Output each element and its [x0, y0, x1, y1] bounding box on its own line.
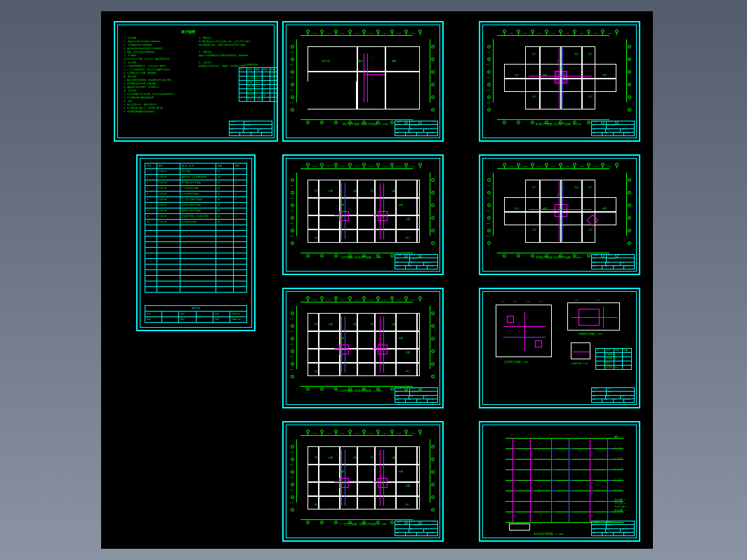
- sheet-frame: 1360023300336004240053600633007360083600…: [286, 425, 440, 538]
- sheet-frame: 序号图号图 纸 名 称规格张数1给排-01设计说明A212给排-02图纸目录 主…: [140, 158, 252, 328]
- title-block: 工程名称住宅楼图名一层平面图设计审核日期比例1:100图号给排-04: [395, 254, 438, 269]
- material-table: 序名称规格单位数量1PP-R给水管DN15~DN50m详图2UPVC排水管De5…: [239, 67, 278, 102]
- title-block: 工程名称住宅楼图名屋顶层平面图设计审核日期比例1:100图号给排-08: [591, 254, 635, 269]
- floor-plan: 1360023300336004240053600633007360083600…: [300, 39, 434, 118]
- title-block: 工程名称住宅楼图名设计说明设计审核日期比例1:100图号给排-01: [229, 121, 272, 136]
- sheet-title: 设计说明: [181, 29, 195, 34]
- drawing-sheet-S02[interactable]: 序号图号图 纸 名 称规格张数1给排-01设计说明A212给排-02图纸目录 主…: [136, 154, 256, 331]
- drawing-index-table: 序号图号图 纸 名 称规格张数1给排-01设计说明A212给排-02图纸目录 主…: [145, 163, 247, 293]
- drawing-sheet-S01[interactable]: 设计说明一、设计依据： 1.《建筑给水排水设计规范》GB50015 2.《住宅建…: [114, 21, 278, 142]
- drawing-sheet-S08[interactable]: 1360023300336004240053600633007360083600…: [479, 154, 640, 275]
- cad-model-space[interactable]: 设计说明一、设计依据： 1.《建筑给水排水设计规范》GB50015 2.《住宅建…: [101, 11, 653, 549]
- title-block: 工程名称住宅楼图名三~七层平面图设计审核日期比例1:100图号给排-06: [395, 521, 438, 536]
- drawing-sheet-S05[interactable]: 1360023300336004240053600633007360083600…: [282, 288, 444, 408]
- sheet-frame: 1360023300336004240053600633007360083600…: [482, 25, 637, 138]
- sheet-frame: 1360023300336004240053600633007360083600…: [482, 158, 637, 272]
- design-notes: 一、设计依据： 1.《建筑给水排水设计规范》GB50015 2.《住宅建筑规范》…: [124, 36, 194, 114]
- sheet-frame: 设计说明一、设计依据： 1.《建筑给水排水设计规范》GB50015 2.《住宅建…: [117, 25, 275, 138]
- drawing-sheet-S04[interactable]: 1360023300336004240053600633007360083600…: [282, 154, 444, 275]
- title-block: 工程名称住宅楼图名大样图设计审核日期比例1:100图号给排-09: [591, 387, 635, 403]
- title-block: 工程名称住宅楼图名地下室平面图设计审核日期比例1:100图号给排-03: [395, 121, 438, 136]
- floor-plan: 1360023300336004240053600633007360083600…: [300, 306, 434, 385]
- floor-plan: 1360023300336004240053600633007360083600…: [497, 39, 630, 118]
- sheet-frame: 1360023300336004240053600633007360083600…: [286, 25, 440, 138]
- title-block: 工程名称住宅楼图名系统图设计审核日期比例1:100图号给排-10: [591, 521, 635, 536]
- floor-plan: 1360023300336004240053600633007360083600…: [300, 173, 434, 251]
- drawing-sheet-S06[interactable]: 1360023300336004240053600633007360083600…: [282, 421, 444, 542]
- sheet-frame: 180090015002100卫生间大样图 1:5030002400水箱间大样图…: [482, 291, 637, 405]
- title-block: 工程名称住宅楼图名标准层平面图设计审核日期比例1:100图号给排-07: [591, 121, 635, 136]
- sheet-frame: 1360023300336004240053600633007360083600…: [286, 158, 440, 272]
- title-block: 工程名称住宅楼图名二层平面图设计审核日期比例1:100图号给排-05: [395, 387, 438, 403]
- floor-plan: 1360023300336004240053600633007360083600…: [497, 173, 630, 251]
- riser-diagram: 屋面 21.007F 18.006F 15.005F 12.004F 9.003…: [491, 432, 630, 518]
- drawing-sheet-S03[interactable]: 1360023300336004240053600633007360083600…: [282, 21, 444, 142]
- sheet-frame: 屋面 21.007F 18.006F 15.005F 12.004F 9.003…: [482, 425, 637, 538]
- detail-drawings: 180090015002100卫生间大样图 1:5030002400水箱间大样图…: [490, 299, 630, 385]
- floor-plan: 1360023300336004240053600633007360083600…: [300, 439, 434, 518]
- drawing-sheet-S07[interactable]: 1360023300336004240053600633007360083600…: [479, 21, 640, 142]
- sheet-frame: 1360023300336004240053600633007360083600…: [286, 291, 440, 405]
- drawing-sheet-S10[interactable]: 屋面 21.007F 18.006F 15.005F 12.004F 9.003…: [479, 421, 640, 542]
- drawing-sheet-S09[interactable]: 180090015002100卫生间大样图 1:5030002400水箱间大样图…: [479, 288, 640, 408]
